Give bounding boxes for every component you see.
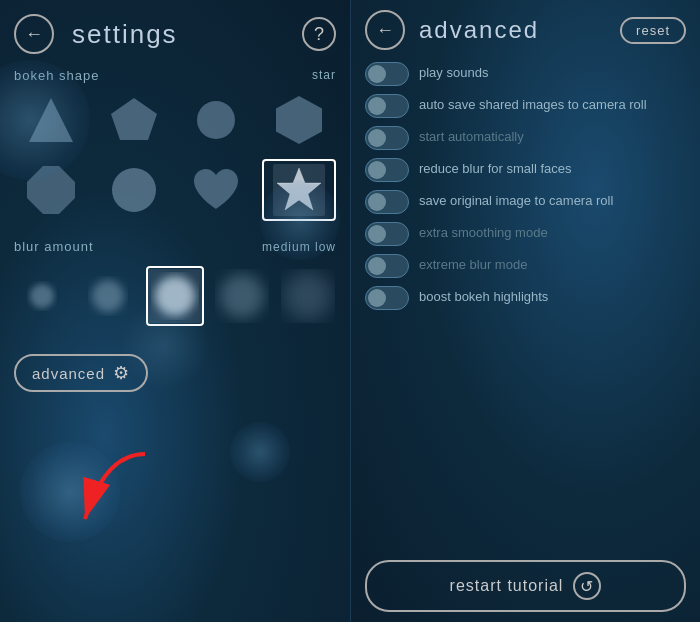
- toggle-extreme-blur-switch[interactable]: [365, 254, 409, 278]
- toggle-start-auto-switch[interactable]: [365, 126, 409, 150]
- shape-triangle[interactable]: [14, 89, 89, 151]
- svg-point-10: [92, 280, 124, 312]
- toggle-boost-bokeh-label: boost bokeh highlights: [419, 286, 686, 306]
- shape-circle-sm[interactable]: [179, 89, 254, 151]
- shape-circle-lg[interactable]: [97, 159, 172, 221]
- shape-octagon[interactable]: [14, 159, 89, 221]
- toggle-save-original-label: save original image to camera roll: [419, 190, 686, 210]
- gear-icon: ⚙: [113, 362, 130, 384]
- bokeh-shape-value: star: [312, 68, 336, 83]
- toggle-boost-bokeh-switch[interactable]: [365, 286, 409, 310]
- bokeh-bg-4: [230, 422, 290, 482]
- toggle-save-original-switch[interactable]: [365, 190, 409, 214]
- toggle-auto-save-label: auto save shared images to camera roll: [419, 94, 686, 114]
- shape-hexagon[interactable]: [262, 89, 337, 151]
- red-arrow: [55, 444, 185, 534]
- blur-row: [14, 266, 336, 326]
- help-button[interactable]: ?: [302, 17, 336, 51]
- toggle-extreme-blur-label: extreme blur mode: [419, 254, 686, 274]
- toggle-play-sounds: play sounds: [365, 62, 686, 86]
- svg-marker-3: [276, 96, 322, 144]
- toggle-start-auto-label: start automatically: [419, 126, 686, 146]
- bokeh-section-header: bokeh shape star: [14, 64, 336, 89]
- back-button[interactable]: ←: [14, 14, 54, 54]
- toggle-extreme-blur: extreme blur mode: [365, 254, 686, 278]
- svg-point-14: [284, 272, 332, 320]
- blur-amount-label: blur amount: [14, 239, 94, 254]
- right-back-button[interactable]: ←: [365, 10, 405, 50]
- advanced-button-label: advanced: [32, 365, 105, 382]
- toggle-reduce-blur-label: reduce blur for small faces: [419, 158, 686, 178]
- blur-1[interactable]: [14, 266, 70, 326]
- toggle-play-sounds-switch[interactable]: [365, 62, 409, 86]
- toggle-boost-bokeh: boost bokeh highlights: [365, 286, 686, 310]
- advanced-title: advanced: [419, 16, 539, 44]
- toggle-reduce-blur-switch[interactable]: [365, 158, 409, 182]
- blur-2[interactable]: [80, 266, 136, 326]
- svg-marker-0: [29, 98, 73, 142]
- toggle-play-sounds-label: play sounds: [419, 62, 686, 82]
- settings-panel: ← settings ? bokeh shape star: [0, 0, 350, 622]
- restart-icon: ↺: [573, 572, 601, 600]
- left-header: ← settings ?: [14, 10, 336, 64]
- svg-point-13: [220, 274, 264, 318]
- svg-point-2: [197, 101, 235, 139]
- toggle-reduce-blur: reduce blur for small faces: [365, 158, 686, 182]
- shape-pentagon[interactable]: [97, 89, 172, 151]
- shape-heart[interactable]: [179, 159, 254, 221]
- svg-marker-1: [111, 98, 157, 140]
- svg-point-5: [112, 168, 156, 212]
- shape-star[interactable]: [262, 159, 337, 221]
- svg-point-9: [30, 284, 54, 308]
- blur-amount-value: medium low: [262, 240, 336, 254]
- reset-button[interactable]: reset: [620, 17, 686, 44]
- advanced-button-container: advanced ⚙: [14, 354, 336, 392]
- toggle-auto-save-switch[interactable]: [365, 94, 409, 118]
- restart-tutorial-label: restart tutorial: [450, 577, 564, 595]
- restart-tutorial-button[interactable]: restart tutorial ↺: [365, 560, 686, 612]
- bokeh-shape-label: bokeh shape: [14, 68, 99, 83]
- right-header: ← advanced reset: [365, 10, 686, 50]
- blur-section-header: blur amount medium low: [14, 235, 336, 260]
- blur-5[interactable]: [280, 266, 336, 326]
- bokeh-bg-3: [20, 442, 120, 542]
- restart-icon-symbol: ↺: [580, 577, 594, 596]
- svg-marker-4: [27, 166, 75, 214]
- toggle-auto-save: auto save shared images to camera roll: [365, 94, 686, 118]
- blur-3[interactable]: [146, 266, 204, 326]
- toggle-save-original: save original image to camera roll: [365, 190, 686, 214]
- advanced-button[interactable]: advanced ⚙: [14, 354, 148, 392]
- blur-4[interactable]: [214, 266, 270, 326]
- toggle-start-auto: start automatically: [365, 126, 686, 150]
- toggle-extra-smooth: extra smoothing mode: [365, 222, 686, 246]
- bokeh-shapes-grid: [14, 89, 336, 221]
- svg-point-12: [155, 276, 195, 316]
- toggle-extra-smooth-switch[interactable]: [365, 222, 409, 246]
- settings-title: settings: [72, 19, 178, 50]
- advanced-panel: ← advanced reset play sounds auto save s…: [350, 0, 700, 622]
- toggle-extra-smooth-label: extra smoothing mode: [419, 222, 686, 242]
